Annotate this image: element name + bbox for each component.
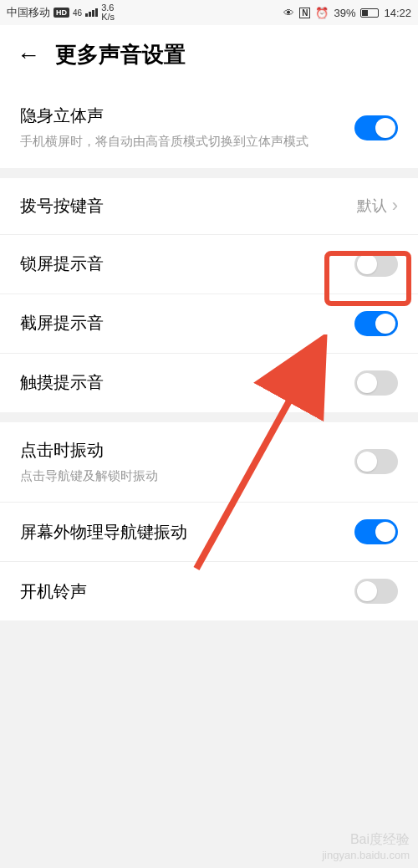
net-speed: 3.6 K/s (101, 3, 115, 22)
row-stereo[interactable]: 隐身立体声 手机横屏时，将自动由高音质模式切换到立体声模式 (0, 88, 418, 168)
page-title: 更多声音设置 (55, 40, 186, 69)
net-gen: 46 (73, 8, 82, 18)
section-vibration: 点击时振动 点击导航键及解锁时振动 屏幕外物理导航键振动 开机铃声 (0, 422, 418, 621)
section-sounds: 拨号按键音 默认 › 锁屏提示音 截屏提示音 触摸提示音 (0, 178, 418, 412)
clock: 14:22 (384, 7, 411, 19)
toggle-stereo[interactable] (354, 115, 398, 140)
row-title-stereo: 隐身立体声 (20, 105, 354, 127)
toggle-tap-vibrate[interactable] (354, 449, 398, 474)
row-title-touch: 触摸提示音 (20, 371, 354, 394)
row-title-screenshot: 截屏提示音 (20, 312, 354, 334)
toggle-boot-sound[interactable] (354, 579, 398, 604)
toggle-touch-sound[interactable] (354, 370, 398, 396)
row-title-tap-vibrate: 点击时振动 (20, 439, 354, 462)
row-lock-sound[interactable]: 锁屏提示音 (0, 235, 418, 294)
carrier-label: 中国移动 (7, 5, 50, 20)
alarm-icon: ⏰ (315, 7, 329, 19)
row-title-boot: 开机铃声 (20, 580, 354, 603)
row-sub-stereo: 手机横屏时，将自动由高音质模式切换到立体声模式 (20, 132, 354, 151)
watermark: Bai度经验 jingyan.baidu.com (322, 831, 410, 863)
row-dial-tone[interactable]: 拨号按键音 默认 › (0, 178, 418, 235)
watermark-url: jingyan.baidu.com (322, 849, 410, 863)
battery-pct: 39% (334, 7, 355, 19)
row-tap-vibrate[interactable]: 点击时振动 点击导航键及解锁时振动 (0, 422, 418, 503)
row-value-dial: 默认 (357, 196, 387, 216)
row-title-lock: 锁屏提示音 (20, 253, 354, 275)
row-touch-sound[interactable]: 触摸提示音 (0, 354, 418, 412)
row-sub-tap-vibrate: 点击导航键及解锁时振动 (20, 467, 354, 486)
battery-icon (360, 8, 379, 18)
hd-badge: HD (54, 8, 69, 18)
row-boot-sound[interactable]: 开机铃声 (0, 562, 418, 620)
status-bar: 中国移动 HD 46 3.6 K/s 👁 N ⏰ 39% 14:22 (0, 0, 418, 25)
row-nav-vibrate[interactable]: 屏幕外物理导航键振动 (0, 503, 418, 562)
app-header: ← 更多声音设置 (0, 25, 418, 88)
toggle-screenshot-sound[interactable] (354, 311, 398, 336)
signal-icon (85, 8, 98, 17)
row-title-dial: 拨号按键音 (20, 195, 357, 217)
section-stereo: 隐身立体声 手机横屏时，将自动由高音质模式切换到立体声模式 (0, 88, 418, 168)
watermark-brand: Bai度经验 (322, 831, 410, 849)
toggle-nav-vibrate[interactable] (354, 519, 398, 544)
nfc-icon: N (299, 8, 310, 18)
row-screenshot-sound[interactable]: 截屏提示音 (0, 294, 418, 354)
eye-icon: 👁 (283, 7, 294, 19)
chevron-right-icon: › (392, 195, 398, 217)
row-title-nav-vibrate: 屏幕外物理导航键振动 (20, 521, 354, 544)
toggle-lock-sound[interactable] (354, 252, 398, 277)
back-icon[interactable]: ← (17, 42, 40, 69)
